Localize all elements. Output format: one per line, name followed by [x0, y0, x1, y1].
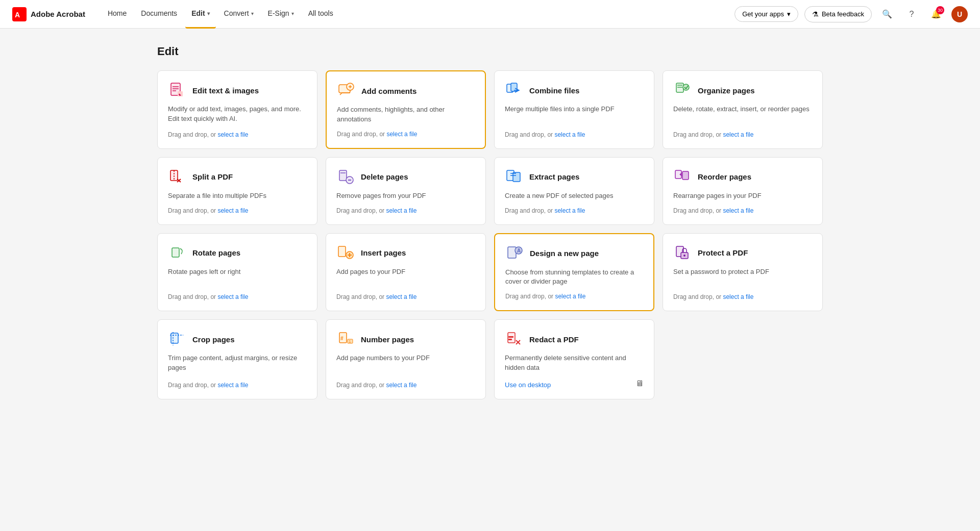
select-file-link-edit-text[interactable]: select a file — [217, 131, 248, 138]
edit-chevron-icon: ▾ — [207, 11, 210, 16]
select-file-link-split-pdf[interactable]: select a file — [217, 207, 248, 214]
brand-name: Adobe Acrobat — [31, 10, 85, 18]
tool-name-extract-pages: Extract pages — [529, 172, 579, 181]
tool-header-split-pdf: Split a PDF — [168, 168, 307, 186]
tool-footer-delete-pages: Drag and drop, or select a file — [336, 207, 475, 214]
tools-grid: Edit text & imagesModify or add text, im… — [157, 70, 823, 399]
tool-name-edit-text: Edit text & images — [192, 86, 259, 95]
tool-card-add-comments[interactable]: Add commentsAdd comments, highlights, an… — [326, 70, 486, 149]
notifications-button[interactable]: 🔔 30 — [927, 5, 945, 23]
tool-card-organize-pages[interactable]: Organize pagesDelete, rotate, extract, i… — [663, 70, 823, 149]
help-button[interactable]: ? — [902, 5, 921, 23]
tool-card-rotate-pages[interactable]: Rotate pagesRotate pages left or rightDr… — [157, 233, 317, 312]
nav-item-edit[interactable]: Edit ▾ — [185, 0, 215, 29]
help-icon: ? — [910, 10, 914, 19]
select-file-link-crop-pages[interactable]: select a file — [217, 382, 248, 389]
tool-header-rotate-pages: Rotate pages — [168, 244, 307, 262]
nav-item-documents[interactable]: Documents — [135, 0, 183, 29]
tool-desc-insert-pages: Add pages to your PDF — [336, 267, 475, 288]
tool-footer-design-page: Drag and drop, or select a file — [505, 293, 643, 300]
tool-desc-number-pages: Add page numbers to your PDF — [336, 353, 475, 375]
tool-card-design-page[interactable]: A Design a new pageChoose from stunning … — [494, 233, 654, 312]
select-file-link-combine-files[interactable]: select a file — [554, 131, 585, 138]
tool-desc-add-comments: Add comments, highlights, and other anno… — [337, 105, 475, 124]
insert-icon — [336, 244, 355, 262]
select-file-link-add-comments[interactable]: select a file — [386, 131, 417, 138]
tool-card-number-pages[interactable]: # 1 Number pagesAdd page numbers to your… — [326, 319, 486, 399]
tool-card-protect-pdf[interactable]: Protect a PDFSet a password to protect a… — [663, 233, 823, 312]
nav-items: Home Documents Edit ▾ Convert ▾ E-Sign ▾… — [102, 0, 734, 29]
tool-footer-crop-pages: Drag and drop, or select a file — [168, 382, 307, 389]
tool-name-rotate-pages: Rotate pages — [192, 248, 240, 257]
tool-desc-crop-pages: Trim page content, adjust margins, or re… — [168, 353, 307, 375]
tool-header-add-comments: Add comments — [337, 82, 475, 100]
select-file-link-reorder-pages[interactable]: select a file — [723, 207, 753, 214]
nav-item-convert[interactable]: Convert ▾ — [218, 0, 260, 29]
svg-rect-18 — [339, 170, 347, 181]
svg-rect-23 — [682, 171, 689, 180]
nav-item-esign[interactable]: E-Sign ▾ — [262, 0, 300, 29]
tool-name-design-page: Design a new page — [530, 249, 599, 258]
protect-icon — [673, 244, 692, 262]
beta-feedback-button[interactable]: ⚗ Beta feedback — [804, 6, 872, 22]
tool-footer-number-pages: Drag and drop, or select a file — [336, 382, 475, 389]
main-content: Edit Edit text & imagesModify or add tex… — [133, 29, 847, 416]
search-button[interactable]: 🔍 — [878, 5, 896, 23]
svg-rect-43 — [508, 336, 513, 338]
tool-card-extract-pages[interactable]: Extract pagesCreate a new PDF of selecte… — [494, 157, 654, 225]
edit-text-icon — [168, 81, 186, 99]
select-file-link-design-page[interactable]: select a file — [555, 293, 585, 300]
svg-text:A: A — [517, 248, 521, 254]
get-apps-button[interactable]: Get your apps ▾ — [734, 6, 798, 22]
desktop-icon: 🖥 — [635, 379, 644, 388]
notification-badge: 30 — [936, 6, 944, 14]
tool-name-add-comments: Add comments — [361, 87, 416, 95]
svg-text:A: A — [15, 11, 20, 19]
tool-card-reorder-pages[interactable]: Reorder pagesRearrange pages in your PDF… — [663, 157, 823, 225]
tool-name-number-pages: Number pages — [361, 335, 414, 344]
tool-footer-split-pdf: Drag and drop, or select a file — [168, 207, 307, 214]
select-file-link-delete-pages[interactable]: select a file — [386, 207, 416, 214]
select-file-link-rotate-pages[interactable]: select a file — [217, 293, 248, 300]
tool-footer-organize-pages: Drag and drop, or select a file — [673, 131, 812, 138]
tool-name-redact-pdf: Redact a PDF — [529, 335, 579, 344]
tool-header-reorder-pages: Reorder pages — [673, 168, 812, 186]
split-icon — [168, 168, 186, 186]
nav-item-home[interactable]: Home — [102, 0, 133, 29]
crop-icon — [168, 330, 186, 348]
nav-item-alltools[interactable]: All tools — [302, 0, 339, 29]
tool-card-crop-pages[interactable]: Crop pagesTrim page content, adjust marg… — [157, 319, 317, 399]
tool-footer-rotate-pages: Drag and drop, or select a file — [168, 293, 307, 300]
tool-header-edit-text: Edit text & images — [168, 81, 307, 99]
tool-header-redact-pdf: Redact a PDF — [505, 330, 644, 348]
navbar: A Adobe Acrobat Home Documents Edit ▾ Co… — [0, 0, 980, 29]
tool-desc-combine-files: Merge multiple files into a single PDF — [505, 105, 644, 125]
select-file-link-protect-pdf[interactable]: select a file — [723, 293, 753, 300]
tool-header-crop-pages: Crop pages — [168, 330, 307, 348]
select-file-link-organize-pages[interactable]: select a file — [723, 131, 753, 138]
flask-icon: ⚗ — [812, 10, 819, 18]
tool-desc-edit-text: Modify or add text, images, pages, and m… — [168, 105, 307, 125]
svg-rect-29 — [508, 247, 516, 258]
tool-desc-redact-pdf: Permanently delete sensitive content and… — [505, 353, 644, 373]
avatar[interactable]: U — [951, 6, 968, 22]
use-on-desktop-link-redact-pdf[interactable]: Use on desktop — [505, 381, 644, 389]
select-file-link-number-pages[interactable]: select a file — [386, 382, 416, 389]
tool-card-combine-files[interactable]: Combine filesMerge multiple files into a… — [494, 70, 654, 149]
tool-footer-edit-text: Drag and drop, or select a file — [168, 131, 307, 138]
tool-card-split-pdf[interactable]: Split a PDFSeparate a file into multiple… — [157, 157, 317, 225]
tool-header-protect-pdf: Protect a PDF — [673, 244, 812, 262]
acrobat-logo-icon: A — [12, 7, 27, 21]
tool-card-insert-pages[interactable]: Insert pagesAdd pages to your PDFDrag an… — [326, 233, 486, 312]
tool-card-delete-pages[interactable]: Delete pagesRemove pages from your PDFDr… — [326, 157, 486, 225]
select-file-link-extract-pages[interactable]: select a file — [554, 207, 585, 214]
tool-header-number-pages: # 1 Number pages — [336, 330, 475, 348]
tool-header-extract-pages: Extract pages — [505, 168, 644, 186]
tool-card-edit-text[interactable]: Edit text & imagesModify or add text, im… — [157, 70, 317, 149]
tool-name-delete-pages: Delete pages — [361, 172, 408, 181]
add-comments-icon — [337, 82, 355, 100]
tool-card-redact-pdf[interactable]: Redact a PDFPermanently delete sensitive… — [494, 319, 654, 399]
svg-rect-44 — [508, 339, 512, 340]
svg-text:1: 1 — [349, 339, 351, 344]
select-file-link-insert-pages[interactable]: select a file — [386, 293, 416, 300]
